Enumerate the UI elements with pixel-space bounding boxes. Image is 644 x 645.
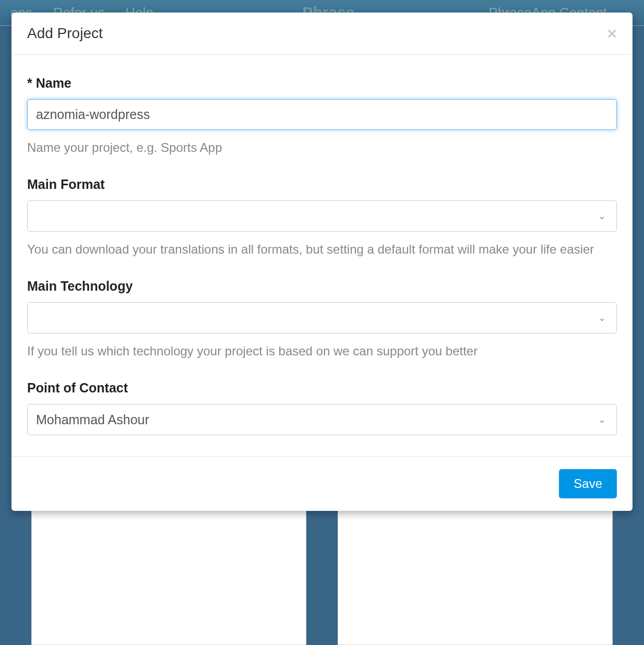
modal-header: Add Project × bbox=[11, 13, 633, 55]
technology-select[interactable]: ⌄ bbox=[27, 302, 617, 333]
chevron-down-icon: ⌄ bbox=[598, 210, 606, 222]
name-input[interactable] bbox=[27, 99, 617, 130]
technology-help-text: If you tell us which technology your pro… bbox=[27, 342, 617, 361]
contact-field-group: Point of Contact Mohammad Ashour ⌄ bbox=[27, 380, 617, 435]
technology-label: Main Technology bbox=[27, 279, 617, 294]
technology-field-group: Main Technology ⌄ If you tell us which t… bbox=[27, 279, 617, 361]
contact-select[interactable]: Mohammad Ashour ⌄ bbox=[27, 404, 617, 435]
close-icon: × bbox=[607, 24, 617, 43]
contact-label: Point of Contact bbox=[27, 380, 617, 396]
name-help-text: Name your project, e.g. Sports App bbox=[27, 138, 617, 157]
modal-title: Add Project bbox=[27, 25, 103, 42]
format-label: Main Format bbox=[27, 177, 617, 192]
modal-body: * Name Name your project, e.g. Sports Ap… bbox=[11, 55, 633, 456]
chevron-down-icon: ⌄ bbox=[598, 312, 606, 324]
close-button[interactable]: × bbox=[607, 25, 617, 42]
chevron-down-icon: ⌄ bbox=[598, 414, 606, 425]
format-select[interactable]: ⌄ bbox=[27, 200, 617, 232]
name-label: * Name bbox=[27, 76, 617, 91]
modal-footer: Save bbox=[11, 456, 633, 511]
save-button[interactable]: Save bbox=[559, 469, 617, 498]
add-project-modal: Add Project × * Name Name your project, … bbox=[11, 13, 633, 511]
format-field-group: Main Format ⌄ You can download your tran… bbox=[27, 177, 617, 259]
name-field-group: * Name Name your project, e.g. Sports Ap… bbox=[27, 76, 617, 157]
format-help-text: You can download your translations in al… bbox=[27, 240, 617, 259]
